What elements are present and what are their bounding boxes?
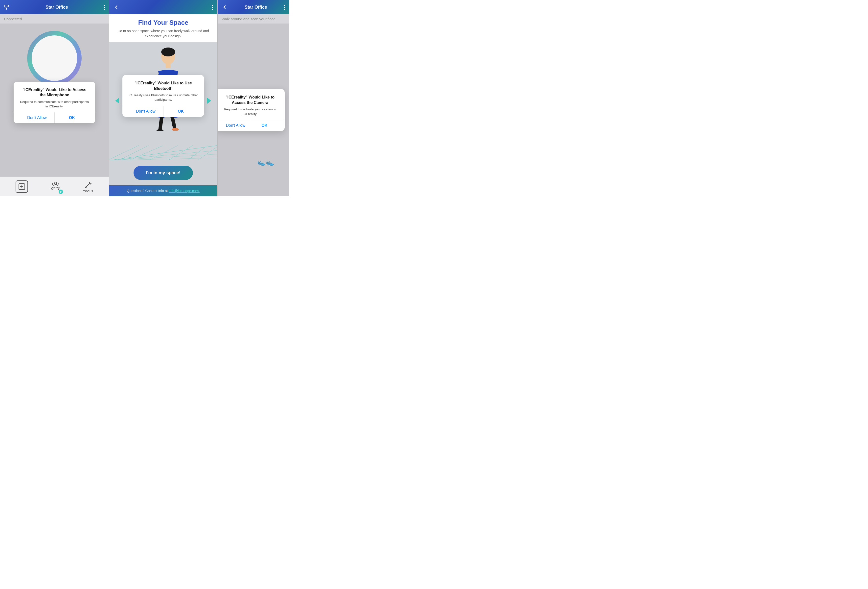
svg-rect-22 — [166, 64, 171, 68]
left-sub-header: Connected — [0, 14, 109, 24]
mid-dialog: "ICEreality" Would Like to Use Bluetooth… — [123, 75, 204, 117]
svg-point-21 — [161, 47, 175, 56]
mid-dont-allow-button[interactable]: Don't Allow — [128, 106, 164, 117]
right-arrow-icon — [204, 96, 214, 107]
people-nav-item[interactable]: 0 — [49, 180, 62, 193]
right-dont-allow-button[interactable]: Don't Allow — [221, 120, 250, 131]
right-panel: Star Office Walk around and scan your fl… — [218, 0, 289, 196]
left-arrow-icon — [112, 96, 122, 107]
feet-illustration: 👟👟 — [257, 158, 275, 167]
left-dialog: "ICEreality" Would Like to Access the Mi… — [13, 82, 95, 123]
right-ok-button[interactable]: OK — [250, 120, 279, 131]
exit-icon[interactable] — [4, 4, 10, 10]
mid-dialog-body: ICEreality uses Bluetooth to mute / unmu… — [128, 93, 198, 102]
mid-menu-icon[interactable] — [212, 5, 213, 10]
left-dialog-title: "ICEreality" Would Like to Access the Mi… — [19, 87, 89, 98]
right-dialog-title: "ICEreality" Would Like to Access the Ca… — [221, 95, 279, 105]
mid-footer: Questions? Contact Info at info@ice-edge… — [109, 185, 217, 196]
mid-subtitle: Go to an open space where you can freely… — [114, 28, 212, 39]
circle-decoration — [27, 31, 81, 85]
mid-title: Find Your Space — [114, 19, 212, 27]
add-icon[interactable] — [16, 181, 28, 193]
mid-ok-button[interactable]: OK — [164, 106, 198, 117]
left-panel: Star Office Connected "ICEreality" Would… — [0, 0, 109, 196]
mid-back-icon[interactable] — [113, 4, 119, 10]
svg-line-9 — [109, 151, 217, 160]
tools-nav-item[interactable]: TOOLS — [83, 181, 93, 193]
svg-rect-0 — [5, 5, 7, 7]
right-dialog-body: Required to calibrate your location in I… — [221, 107, 279, 116]
right-back-icon[interactable] — [221, 4, 227, 10]
svg-line-19 — [109, 145, 139, 159]
svg-point-23 — [156, 129, 164, 131]
mid-dialog-title: "ICEreality" Would Like to Use Bluetooth — [128, 80, 198, 91]
left-ok-button[interactable]: OK — [55, 112, 90, 123]
right-menu-icon[interactable] — [284, 5, 285, 10]
people-badge: 0 — [59, 189, 63, 194]
mid-header — [109, 0, 217, 14]
left-menu-icon[interactable] — [103, 5, 105, 10]
right-dialog: "ICEreality" Would Like to Access the Ca… — [218, 89, 285, 131]
mid-content: "ICEreality" Would Like to Use Bluetooth… — [109, 42, 217, 185]
left-title: Star Office — [10, 5, 103, 10]
right-body: 👟👟 "ICEreality" Would Like to Access the… — [218, 24, 289, 196]
add-nav-item[interactable] — [16, 181, 28, 193]
mid-title-area: Find Your Space Go to an open space wher… — [109, 14, 217, 42]
left-dont-allow-button[interactable]: Don't Allow — [19, 112, 55, 123]
svg-line-17 — [198, 147, 217, 160]
mid-panel: Find Your Space Go to an open space wher… — [109, 0, 218, 196]
tools-label: TOOLS — [83, 190, 93, 193]
footer-link[interactable]: info@ice-edge.com. — [169, 189, 199, 193]
left-dialog-body: Required to communicate with other parti… — [19, 100, 89, 109]
right-sub-header: Walk around and scan your floor. — [218, 14, 289, 24]
left-dialog-buttons: Don't Allow OK — [19, 112, 89, 123]
left-bottom-nav: 0 TOOLS — [0, 176, 109, 196]
right-dialog-buttons: Don't Allow OK — [221, 120, 279, 131]
left-body: "ICEreality" Would Like to Access the Mi… — [0, 24, 109, 176]
right-header: Star Office — [218, 0, 289, 14]
right-title: Star Office — [227, 5, 284, 10]
mid-dialog-buttons: Don't Allow OK — [128, 106, 198, 117]
cta-button[interactable]: I'm in my space! — [134, 166, 193, 180]
left-header: Star Office — [0, 0, 109, 14]
svg-line-14 — [149, 145, 178, 160]
